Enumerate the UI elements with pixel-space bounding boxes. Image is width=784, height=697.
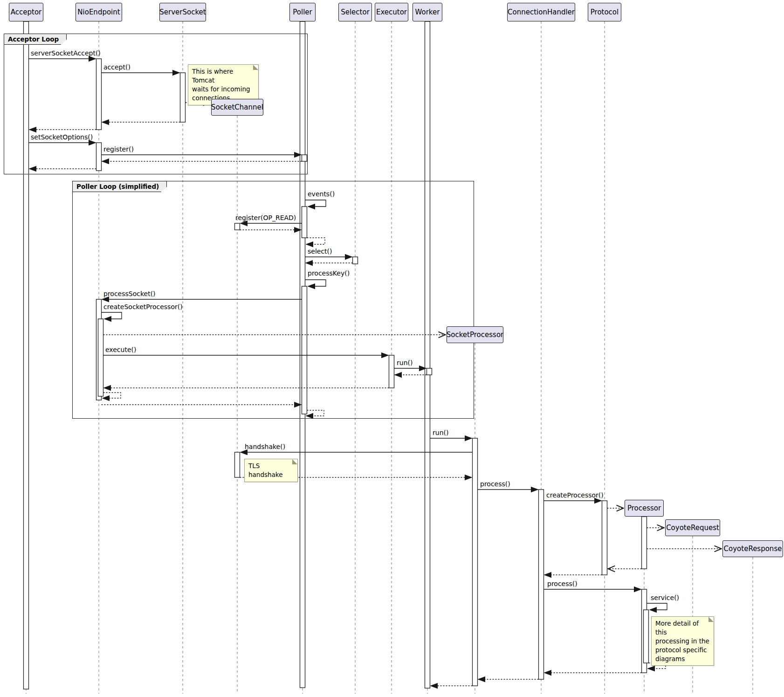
note-ear-note-tomcat-waits — [253, 65, 258, 70]
message-label-createprocessor: createProcessor() — [546, 491, 604, 499]
message-label-accept: accept() — [103, 63, 131, 71]
activation-protocol-createprocessor — [602, 501, 607, 575]
participant-box-socketchannel: SocketChannel — [211, 99, 263, 116]
note-protocol-detail: More detail of this processing in the pr… — [651, 616, 714, 666]
participant-box-socketprocessor: SocketProcessor — [447, 326, 503, 343]
participant-box-worker: Worker — [413, 3, 442, 21]
message-label-processsocket: processSocket() — [103, 290, 156, 297]
activation-sc-handshake — [235, 452, 240, 477]
activation-processor-service — [644, 610, 649, 663]
message-label-process-sp-ch: process() — [480, 480, 510, 488]
participant-box-processor: Processor — [625, 500, 664, 517]
participant-box-poller: Poller — [289, 3, 316, 21]
message-label-serversocketaccept: serverSocketAccept() — [31, 49, 101, 57]
message-label-run-executor-worker: run() — [397, 359, 413, 366]
message-label-select: select() — [308, 248, 332, 255]
message-label-handshake: handshake() — [245, 443, 285, 450]
note-tls-handshake: TLS handshake — [244, 459, 298, 482]
participant-box-coyoteresponse: CoyoteResponse — [722, 540, 783, 557]
sequence-diagram: Acceptor LoopPoller Loop (simplified)ser… — [0, 0, 784, 697]
message-label-register: register() — [103, 145, 134, 153]
message-label-execute: execute() — [105, 346, 136, 353]
message-label-setsocketoptions: setSocketOptions() — [31, 133, 93, 141]
participant-box-executor: Executor — [375, 3, 408, 21]
participant-box-serversocket: ServerSocket — [159, 3, 206, 21]
message-label-createsocketprocessor: createSocketProcessor() — [103, 303, 183, 311]
participant-box-selector: Selector — [338, 3, 372, 21]
participant-box-protocol: Protocol — [588, 3, 621, 21]
activation-sp-run — [473, 438, 478, 686]
note-ear-note-tls-handshake — [292, 459, 297, 464]
message-label-processkey: processKey() — [308, 269, 350, 277]
message-label-process-ch-processor: process() — [547, 580, 578, 587]
participant-box-coyoterequest: CoyoteRequest — [665, 519, 720, 536]
note-ear-note-protocol-detail — [708, 617, 714, 622]
participant-box-nioendpoint: NioEndpoint — [76, 3, 122, 21]
message-label-events: events() — [308, 190, 335, 198]
frame-label-acceptor-loop: Acceptor Loop — [4, 34, 67, 45]
self-message-arrow-service — [647, 603, 667, 610]
message-label-run-worker-sp: run() — [433, 429, 448, 436]
message-label-register-opread: register(OP_READ) — [235, 214, 296, 221]
participant-box-acceptor: Acceptor — [9, 3, 43, 21]
frame-label-poller-loop: Poller Loop (simplified) — [72, 181, 167, 192]
message-label-service: service() — [651, 594, 679, 601]
activation-processor-create — [642, 517, 647, 569]
participant-box-connectionhandler: ConnectionHandler — [507, 3, 575, 21]
activation-ch-process — [539, 490, 544, 679]
